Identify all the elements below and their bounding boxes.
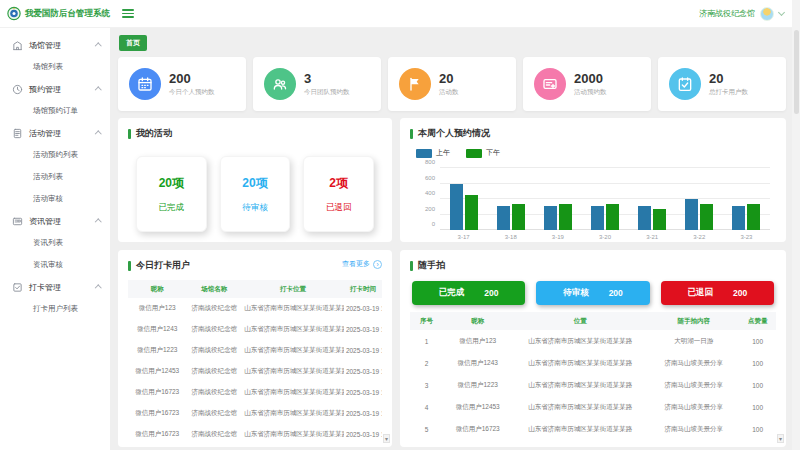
table-cell: 济南战役纪念馆: [186, 304, 242, 313]
legend-item[interactable]: 下午: [466, 148, 500, 158]
sidebar-item[interactable]: 活动审核: [0, 188, 110, 210]
chevron-up-icon[interactable]: [95, 285, 101, 291]
chevron-up-icon[interactable]: [95, 131, 101, 137]
scrollbar-thumb[interactable]: [794, 30, 799, 114]
bar: [450, 184, 463, 231]
table-cell: 微信用户16723: [128, 409, 186, 418]
breadcrumb-home-tab[interactable]: 首页: [119, 35, 147, 51]
main-content: 首页 200今日个人预约数3今日团队预约数20活动数2000活动预约数20总打卡…: [110, 28, 792, 450]
chevron-up-icon[interactable]: [95, 43, 101, 49]
table-cell: 2025-03-19 1: [344, 368, 382, 375]
user-menu[interactable]: 济南战役纪念馆: [699, 7, 800, 21]
y-axis-tick-label: 0: [432, 221, 435, 227]
activity-status-card[interactable]: 20项待审核: [220, 156, 291, 232]
snapshot-button-label: 待审核: [563, 287, 589, 299]
chevron-up-icon[interactable]: [95, 219, 101, 225]
table-row: 5微信用户16723山东省济南市历城区某某街道某某路济南马山坡美景分享100: [410, 418, 776, 440]
snapshot-filter-button[interactable]: 已完成200: [412, 281, 525, 305]
table-header-cell: 序号: [410, 317, 443, 326]
venue-name: 济南战役纪念馆: [699, 8, 755, 19]
x-axis-tick-label: 3-19: [552, 234, 564, 240]
sidebar-group[interactable]: 活动管理: [0, 122, 110, 144]
chevron-up-icon[interactable]: [95, 87, 101, 93]
table-cell: 100: [739, 360, 776, 367]
bar: [465, 195, 478, 230]
sidebar-group-label: 资讯管理: [29, 216, 90, 227]
table-cell: 微信用户16723: [128, 388, 186, 397]
panel-title: 本周个人预约情况: [410, 127, 776, 140]
x-axis-tick-label: 3-18: [505, 234, 517, 240]
bar-group: [638, 206, 666, 230]
table-cell: 2025-03-19 1: [344, 326, 382, 333]
table-cell: 2: [410, 360, 443, 367]
checkin-table: 昵称场馆名称打卡位置打卡时间微信用户123济南战役纪念馆山东省济南市历城区某某街…: [128, 280, 382, 447]
sidebar: 场馆管理场馆列表预约管理场馆预约订单活动管理活动预约列表活动列表活动审核资讯管理…: [0, 28, 110, 450]
bar-group: [450, 184, 478, 231]
snapshot-filter-button[interactable]: 已退回200: [661, 281, 774, 305]
table-header-cell: 打卡时间: [344, 285, 382, 294]
table-cell: 济南马山坡美景分享: [648, 403, 740, 412]
table-cell: 济南战役纪念馆: [186, 367, 242, 376]
table-header-cell: 场馆名称: [186, 285, 242, 294]
table-scroll-down-icon[interactable]: ▾: [777, 434, 784, 443]
calendar-icon: [129, 68, 161, 100]
sidebar-item[interactable]: 场馆列表: [0, 56, 110, 78]
page-scrollbar[interactable]: [792, 0, 800, 450]
bar: [685, 199, 698, 230]
sidebar-group[interactable]: 打卡管理: [0, 276, 110, 298]
bar: [700, 204, 713, 230]
table-cell: 微信用户16723: [443, 447, 513, 448]
x-axis-tick-label: 3-23: [740, 234, 752, 240]
sidebar-item[interactable]: 资讯审核: [0, 254, 110, 276]
x-axis-tick-label: 3-21: [646, 234, 658, 240]
sidebar-item[interactable]: 资讯列表: [0, 232, 110, 254]
sidebar-group[interactable]: 场馆管理: [0, 34, 110, 56]
table-cell: 济南马山坡美景分享: [648, 447, 740, 448]
activity-status-label: 已退回: [326, 202, 352, 214]
sidebar-group[interactable]: 预约管理: [0, 78, 110, 100]
collapse-menu-icon[interactable]: [122, 9, 134, 18]
sidebar-item[interactable]: 活动列表: [0, 166, 110, 188]
table-cell: 微信用户1223: [128, 346, 186, 355]
activity-cards: 20项已完成20项待审核2项已退回: [136, 156, 374, 232]
bar: [591, 206, 604, 230]
legend-item[interactable]: 上午: [416, 148, 450, 158]
stat-value: 2000: [574, 71, 607, 87]
activity-count: 20项: [159, 175, 184, 192]
top-bar: 我爱国防后台管理系统 济南战役纪念馆: [0, 0, 800, 28]
sidebar-item[interactable]: 活动预约列表: [0, 144, 110, 166]
snapshot-filter-button[interactable]: 待审核200: [536, 281, 649, 305]
table-header-cell: 昵称: [443, 317, 513, 326]
table-cell: 济南马山坡美景分享: [648, 425, 740, 434]
bar: [653, 209, 666, 230]
stat-value: 3: [304, 71, 350, 87]
table-cell: 2025-03-19 1: [344, 347, 382, 354]
table-scroll-down-icon[interactable]: ▾: [383, 434, 390, 443]
stat-value: 20: [439, 71, 459, 87]
sidebar-item[interactable]: 打卡用户列表: [0, 298, 110, 320]
title-accent-bar: [410, 129, 413, 139]
chevron-down-icon[interactable]: [778, 8, 785, 15]
table-cell: 100: [739, 338, 776, 345]
snapshot-table: 序号昵称位置随手拍内容点赞量1微信用户123山东省济南市历城区某某街道某某路大明…: [410, 312, 776, 447]
team-icon: [264, 68, 296, 100]
view-more-link[interactable]: 查看更多 ›: [342, 259, 382, 269]
snapshot-button-count: 200: [733, 288, 747, 298]
bar-group: [544, 204, 572, 230]
sidebar-item[interactable]: 场馆预约订单: [0, 100, 110, 122]
check-square-icon: [12, 282, 23, 293]
bar: [638, 206, 651, 230]
panel-title: 随手拍: [410, 259, 776, 272]
legend-color-chip: [466, 149, 482, 158]
chart-title: 本周个人预约情况: [418, 127, 490, 140]
activity-status-card[interactable]: 20项已完成: [136, 156, 207, 232]
table-cell: 5: [410, 426, 443, 433]
table-row: 微信用户16723济南战役纪念馆山东省济南市历城区某某街道某某路2025-03-…: [128, 382, 382, 403]
sidebar-group[interactable]: 资讯管理: [0, 210, 110, 232]
stat-card: 20活动数: [388, 57, 516, 111]
table-cell: 微信用户1243: [443, 359, 513, 368]
app-logo-badge-icon: [7, 5, 21, 22]
activity-status-card[interactable]: 2项已退回: [303, 156, 374, 232]
user-avatar[interactable]: [760, 7, 774, 21]
circle-arrow-right-icon: ›: [373, 260, 382, 269]
